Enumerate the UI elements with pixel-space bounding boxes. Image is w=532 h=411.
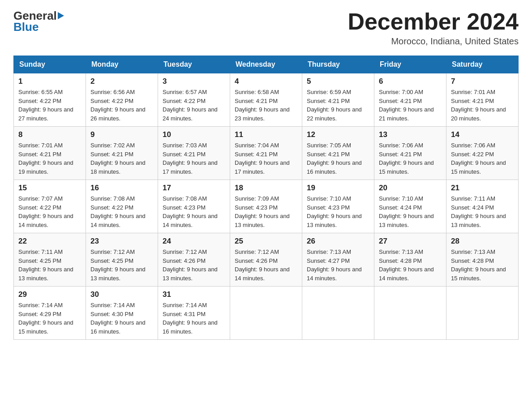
day-number: 15 (18, 184, 81, 193)
week-row: 15Sunrise: 7:07 AMSunset: 4:22 PMDayligh… (14, 180, 519, 233)
calendar-cell: 10Sunrise: 7:03 AMSunset: 4:21 PMDayligh… (158, 127, 230, 180)
day-number: 1 (18, 77, 81, 86)
page-header: General Blue December 2024 Morocco, Indi… (13, 9, 519, 47)
day-number: 28 (451, 237, 514, 246)
day-info: Sunrise: 7:06 AMSunset: 4:22 PMDaylight:… (451, 141, 514, 176)
day-number: 4 (235, 77, 297, 86)
logo-blue-text: Blue (13, 20, 39, 34)
calendar-cell: 27Sunrise: 7:13 AMSunset: 4:28 PMDayligh… (374, 233, 446, 287)
day-info: Sunrise: 7:04 AMSunset: 4:21 PMDaylight:… (235, 141, 297, 176)
day-info: Sunrise: 7:14 AMSunset: 4:29 PMDaylight:… (18, 301, 81, 336)
month-title: December 2024 (348, 9, 519, 34)
day-info: Sunrise: 7:11 AMSunset: 4:25 PMDaylight:… (18, 248, 81, 283)
column-header-thursday: Thursday (302, 56, 374, 73)
calendar-cell: 22Sunrise: 7:11 AMSunset: 4:25 PMDayligh… (14, 233, 86, 287)
day-info: Sunrise: 7:14 AMSunset: 4:31 PMDaylight:… (163, 301, 225, 336)
day-info: Sunrise: 7:08 AMSunset: 4:23 PMDaylight:… (163, 194, 225, 229)
day-info: Sunrise: 7:10 AMSunset: 4:23 PMDaylight:… (307, 194, 369, 229)
calendar-cell: 24Sunrise: 7:12 AMSunset: 4:26 PMDayligh… (158, 233, 230, 287)
day-info: Sunrise: 7:00 AMSunset: 4:21 PMDaylight:… (379, 88, 442, 123)
day-number: 29 (18, 290, 81, 299)
title-section: December 2024 Morocco, Indiana, United S… (348, 9, 519, 47)
day-number: 27 (379, 237, 442, 246)
logo-arrow-icon (58, 12, 64, 19)
calendar-cell: 21Sunrise: 7:11 AMSunset: 4:24 PMDayligh… (446, 180, 519, 233)
day-number: 30 (90, 290, 153, 299)
calendar-cell: 18Sunrise: 7:09 AMSunset: 4:23 PMDayligh… (230, 180, 302, 233)
day-number: 13 (379, 130, 442, 139)
day-info: Sunrise: 7:08 AMSunset: 4:22 PMDaylight:… (90, 194, 153, 229)
day-number: 31 (163, 290, 225, 299)
calendar-cell: 6Sunrise: 7:00 AMSunset: 4:21 PMDaylight… (374, 73, 446, 127)
day-info: Sunrise: 7:13 AMSunset: 4:28 PMDaylight:… (451, 248, 514, 283)
day-info: Sunrise: 6:58 AMSunset: 4:21 PMDaylight:… (235, 88, 297, 123)
week-row: 22Sunrise: 7:11 AMSunset: 4:25 PMDayligh… (14, 233, 519, 287)
day-info: Sunrise: 7:03 AMSunset: 4:21 PMDaylight:… (163, 141, 225, 176)
day-info: Sunrise: 7:12 AMSunset: 4:26 PMDaylight:… (163, 248, 225, 283)
day-number: 23 (90, 237, 153, 246)
day-number: 7 (451, 77, 514, 86)
column-header-tuesday: Tuesday (158, 56, 230, 73)
calendar-cell: 29Sunrise: 7:14 AMSunset: 4:29 PMDayligh… (14, 287, 86, 340)
day-number: 25 (235, 237, 297, 246)
column-header-wednesday: Wednesday (230, 56, 302, 73)
day-info: Sunrise: 7:05 AMSunset: 4:21 PMDaylight:… (307, 141, 369, 176)
day-info: Sunrise: 7:14 AMSunset: 4:30 PMDaylight:… (90, 301, 153, 336)
day-number: 6 (379, 77, 442, 86)
day-number: 17 (163, 184, 225, 193)
day-number: 24 (163, 237, 225, 246)
day-info: Sunrise: 7:13 AMSunset: 4:27 PMDaylight:… (307, 248, 369, 283)
day-info: Sunrise: 7:11 AMSunset: 4:24 PMDaylight:… (451, 194, 514, 229)
day-number: 9 (90, 130, 153, 139)
day-info: Sunrise: 7:06 AMSunset: 4:21 PMDaylight:… (379, 141, 442, 176)
day-number: 22 (18, 237, 81, 246)
day-info: Sunrise: 7:01 AMSunset: 4:21 PMDaylight:… (18, 141, 81, 176)
day-number: 5 (307, 77, 369, 86)
calendar-cell: 4Sunrise: 6:58 AMSunset: 4:21 PMDaylight… (230, 73, 302, 127)
day-info: Sunrise: 7:10 AMSunset: 4:24 PMDaylight:… (379, 194, 442, 229)
calendar-cell: 28Sunrise: 7:13 AMSunset: 4:28 PMDayligh… (446, 233, 519, 287)
day-info: Sunrise: 7:09 AMSunset: 4:23 PMDaylight:… (235, 194, 297, 229)
day-number: 12 (307, 130, 369, 139)
calendar-cell: 8Sunrise: 7:01 AMSunset: 4:21 PMDaylight… (14, 127, 86, 180)
calendar-cell: 31Sunrise: 7:14 AMSunset: 4:31 PMDayligh… (158, 287, 230, 340)
calendar-cell: 2Sunrise: 6:56 AMSunset: 4:22 PMDaylight… (86, 73, 158, 127)
calendar-cell: 30Sunrise: 7:14 AMSunset: 4:30 PMDayligh… (86, 287, 158, 340)
week-row: 29Sunrise: 7:14 AMSunset: 4:29 PMDayligh… (14, 287, 519, 340)
calendar-cell: 1Sunrise: 6:55 AMSunset: 4:22 PMDaylight… (14, 73, 86, 127)
column-header-saturday: Saturday (446, 56, 519, 73)
column-header-sunday: Sunday (14, 56, 86, 73)
calendar-cell: 17Sunrise: 7:08 AMSunset: 4:23 PMDayligh… (158, 180, 230, 233)
column-header-friday: Friday (374, 56, 446, 73)
day-info: Sunrise: 7:12 AMSunset: 4:25 PMDaylight:… (90, 248, 153, 283)
calendar-cell: 5Sunrise: 6:59 AMSunset: 4:21 PMDaylight… (302, 73, 374, 127)
calendar-cell: 12Sunrise: 7:05 AMSunset: 4:21 PMDayligh… (302, 127, 374, 180)
day-info: Sunrise: 6:57 AMSunset: 4:22 PMDaylight:… (163, 88, 225, 123)
calendar-cell: 19Sunrise: 7:10 AMSunset: 4:23 PMDayligh… (302, 180, 374, 233)
day-info: Sunrise: 7:13 AMSunset: 4:28 PMDaylight:… (379, 248, 442, 283)
day-number: 14 (451, 130, 514, 139)
day-number: 21 (451, 184, 514, 193)
calendar-cell: 3Sunrise: 6:57 AMSunset: 4:22 PMDaylight… (158, 73, 230, 127)
calendar-cell (230, 287, 302, 340)
week-row: 1Sunrise: 6:55 AMSunset: 4:22 PMDaylight… (14, 73, 519, 127)
calendar-cell (302, 287, 374, 340)
day-info: Sunrise: 6:59 AMSunset: 4:21 PMDaylight:… (307, 88, 369, 123)
day-number: 20 (379, 184, 442, 193)
day-info: Sunrise: 6:56 AMSunset: 4:22 PMDaylight:… (90, 88, 153, 123)
day-number: 16 (90, 184, 153, 193)
day-info: Sunrise: 7:07 AMSunset: 4:22 PMDaylight:… (18, 194, 81, 229)
calendar-cell: 26Sunrise: 7:13 AMSunset: 4:27 PMDayligh… (302, 233, 374, 287)
day-info: Sunrise: 6:55 AMSunset: 4:22 PMDaylight:… (18, 88, 81, 123)
calendar-cell: 7Sunrise: 7:01 AMSunset: 4:21 PMDaylight… (446, 73, 519, 127)
day-number: 18 (235, 184, 297, 193)
calendar-cell: 23Sunrise: 7:12 AMSunset: 4:25 PMDayligh… (86, 233, 158, 287)
calendar-cell: 15Sunrise: 7:07 AMSunset: 4:22 PMDayligh… (14, 180, 86, 233)
calendar-cell (374, 287, 446, 340)
logo: General Blue (13, 9, 64, 34)
day-number: 11 (235, 130, 297, 139)
day-info: Sunrise: 7:02 AMSunset: 4:21 PMDaylight:… (90, 141, 153, 176)
calendar-cell: 16Sunrise: 7:08 AMSunset: 4:22 PMDayligh… (86, 180, 158, 233)
day-number: 2 (90, 77, 153, 86)
day-number: 8 (18, 130, 81, 139)
